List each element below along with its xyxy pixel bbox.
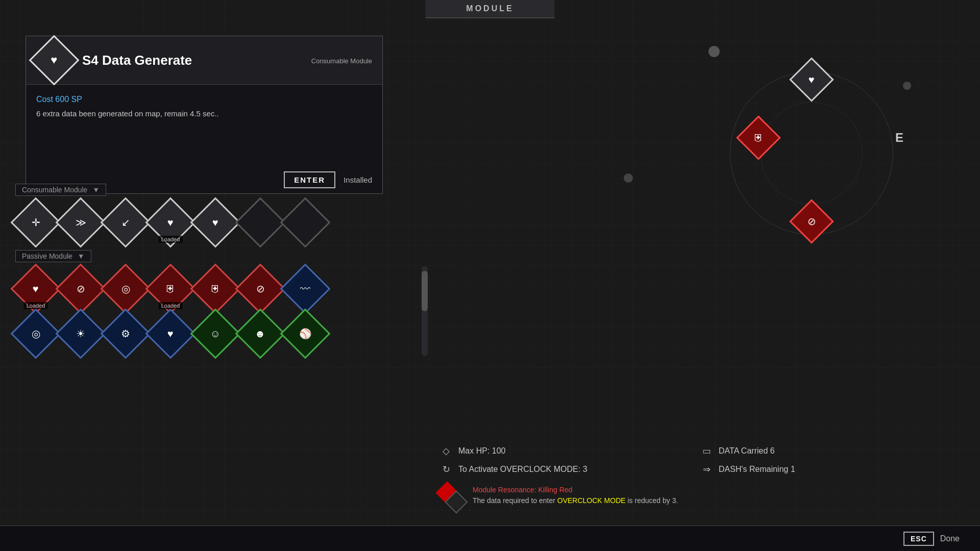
- module-item[interactable]: ↙: [105, 202, 146, 243]
- page-title: MODULE: [425, 0, 554, 18]
- module-icon-large: ♥: [36, 42, 72, 78]
- installed-label: Installed: [344, 176, 372, 184]
- target-icon: ◎: [121, 283, 130, 295]
- heart-icon: ♥: [33, 283, 39, 295]
- stats-grid: ◇ Max HP: 100 ▭ DATA Carried 6 ↻ To Acti…: [439, 444, 939, 477]
- passive-module-item[interactable]: ⊘: [240, 268, 281, 309]
- resonance-title: Module Resonance: Killing Red: [473, 485, 678, 495]
- loaded-badge: Loaded: [159, 236, 183, 243]
- scrollbar[interactable]: [422, 266, 428, 356]
- passive-module-item[interactable]: ⛨: [195, 268, 236, 309]
- resonance-desc: The data required to enter OVERCLOCK MOD…: [473, 495, 678, 506]
- creature2-icon: ☻: [255, 328, 265, 339]
- no-icon: ⊘: [77, 283, 85, 295]
- info-card-body: Cost 600 SP 6 extra data been generated …: [26, 85, 382, 166]
- resonance-box: Module Resonance: Killing Red The data r…: [439, 485, 939, 510]
- circle-diagram: ♥ ⛨ E ⊘: [709, 56, 914, 250]
- resonance-diamonds: [439, 485, 464, 510]
- passive-module-item[interactable]: ⊘: [60, 268, 101, 309]
- shield-icon: ⛨: [210, 283, 220, 295]
- shield-icon: ⛨: [165, 283, 176, 295]
- no-icon: ⊘: [256, 283, 265, 295]
- passive-module-item[interactable]: ⚾: [285, 313, 326, 354]
- info-card-header: ♥ S4 Data Generate Consumable Module: [26, 36, 382, 85]
- right-panel: ♥ ⛨ E ⊘: [684, 31, 939, 276]
- creature-icon: ☺: [210, 328, 220, 339]
- passive-module-item[interactable]: ◎: [105, 268, 146, 309]
- heart-icon: ♥: [167, 217, 174, 229]
- data-icon: ▭: [699, 444, 714, 458]
- consumable-module-row: ✛ ≫ ↙ ♥ Loaded ♥: [15, 200, 419, 245]
- module-slot-left[interactable]: ⛨: [740, 119, 777, 156]
- no-sound-icon: ⊘: [807, 215, 816, 228]
- passive-module-item[interactable]: ⛨ Loaded: [150, 268, 191, 309]
- overclock-highlight: OVERCLOCK MODE: [557, 496, 626, 505]
- passive-module-row-2: ◎ ☀ ⚙ ♥ ☺ ☻ ⚾: [15, 311, 419, 356]
- shield-icon: ⛨: [753, 132, 764, 143]
- heart-icon: ♥: [51, 54, 57, 67]
- passive-module-item[interactable]: ☺: [195, 313, 236, 354]
- stats-panel: ◇ Max HP: 100 ▭ DATA Carried 6 ↻ To Acti…: [439, 444, 939, 510]
- loaded-badge: Loaded: [159, 302, 183, 309]
- module-description: 6 extra data been generated on map, rema…: [36, 108, 372, 120]
- done-label: Done: [940, 534, 960, 543]
- down-icon: ↙: [121, 216, 130, 229]
- passive-module-item[interactable]: ◎: [15, 313, 56, 354]
- passive-module-item[interactable]: ♥ Loaded: [15, 268, 56, 309]
- module-slot-right: E: [895, 131, 903, 145]
- module-slot-bottom[interactable]: ⊘: [793, 203, 830, 240]
- dash-icon: ⇒: [699, 462, 714, 477]
- section-arrow-icon: ▼: [78, 252, 85, 260]
- module-slot-top[interactable]: ♥: [793, 61, 830, 98]
- bottom-bar: ESC Done: [0, 525, 980, 551]
- projectile-icon: ⚾: [299, 328, 312, 340]
- resonance-text: Module Resonance: Killing Red The data r…: [473, 485, 678, 506]
- modules-panel: Consumable Module ▼ ✛ ≫ ↙ ♥ Loaded ♥: [15, 184, 419, 361]
- module-item[interactable]: ♥: [195, 202, 236, 243]
- passive-module-item[interactable]: ☀: [60, 313, 101, 354]
- deco-dot-2: [624, 173, 633, 183]
- e-label: E: [895, 131, 903, 144]
- speed-icon: ≫: [76, 216, 86, 229]
- passive-module-item[interactable]: 〰: [285, 268, 326, 309]
- stat-overclock: ↻ To Activate OVERCLOCK MODE: 3: [439, 462, 679, 477]
- scroll-thumb: [422, 271, 428, 311]
- heart-icon: ♥: [808, 74, 815, 86]
- module-item-empty[interactable]: [285, 202, 326, 243]
- info-card: ♥ S4 Data Generate Consumable Module Cos…: [26, 36, 383, 194]
- passive-section-label: Passive Module ▼: [15, 250, 91, 262]
- passive-section: Passive Module ▼ ♥ Loaded ⊘ ◎ ⛨ Loaded: [15, 250, 419, 356]
- loaded-badge: Loaded: [24, 302, 48, 309]
- overclock-icon: ↻: [439, 462, 453, 477]
- passive-module-item[interactable]: ♥: [150, 313, 191, 354]
- radar-icon: ◎: [32, 328, 40, 340]
- stat-data-carried: ▭ DATA Carried 6: [699, 444, 939, 458]
- passive-module-item[interactable]: ☻: [240, 313, 281, 354]
- section-arrow-icon: ▼: [92, 186, 100, 194]
- move-icon: ✛: [32, 216, 40, 229]
- module-title: S4 Data Generate: [82, 53, 301, 68]
- passive-module-row-1: ♥ Loaded ⊘ ◎ ⛨ Loaded ⛨ ⊘: [15, 266, 419, 311]
- passive-module-item[interactable]: ⚙: [105, 313, 146, 354]
- module-cost: Cost 600 SP: [36, 95, 372, 104]
- consumable-section: Consumable Module ▼ ✛ ≫ ↙ ♥ Loaded ♥: [15, 184, 419, 245]
- module-item[interactable]: ✛: [15, 202, 56, 243]
- module-type: Consumable Module: [311, 57, 372, 65]
- stat-dash: ⇒ DASH's Remaining 1: [699, 462, 939, 477]
- stat-max-hp: ◇ Max HP: 100: [439, 444, 679, 458]
- wave-icon: 〰: [300, 283, 310, 295]
- module-item-loaded[interactable]: ♥ Loaded: [150, 202, 191, 243]
- consumable-section-label: Consumable Module ▼: [15, 184, 106, 196]
- gear-icon: ⚙: [121, 328, 130, 340]
- death-icon: ☀: [76, 328, 85, 340]
- heart-icon: ♥: [212, 217, 218, 229]
- hp-icon: ◇: [439, 444, 453, 458]
- info-title-block: S4 Data Generate: [82, 53, 301, 68]
- module-item-empty[interactable]: [240, 202, 281, 243]
- module-item[interactable]: ≫: [60, 202, 101, 243]
- esc-button[interactable]: ESC: [903, 532, 934, 546]
- heart-icon: ♥: [167, 328, 174, 340]
